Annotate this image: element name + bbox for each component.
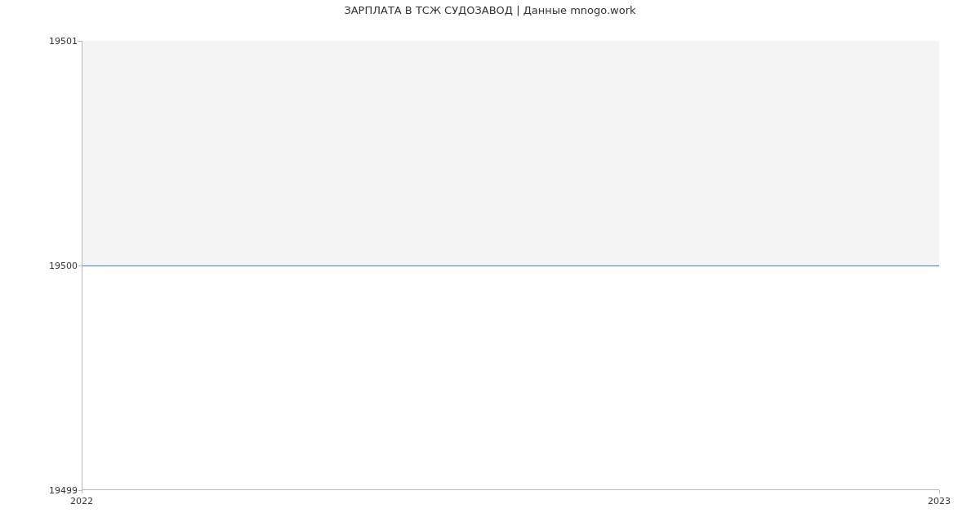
x-tick-label: 2023 bbox=[928, 496, 951, 506]
x-tick-mark bbox=[939, 490, 940, 493]
plot-background-upper bbox=[82, 41, 939, 266]
chart-title: ЗАРПЛАТА В ТСЖ СУДОЗАВОД | Данные mnogo.… bbox=[0, 4, 980, 16]
y-tick-label: 19499 bbox=[49, 485, 78, 496]
y-axis-line bbox=[82, 41, 82, 490]
y-tick-label: 19500 bbox=[49, 261, 78, 271]
data-line bbox=[82, 266, 939, 266]
plot-area bbox=[82, 41, 939, 490]
x-axis-line bbox=[82, 489, 939, 490]
chart-container: ЗАРПЛАТА В ТСЖ СУДОЗАВОД | Данные mnogo.… bbox=[0, 0, 980, 531]
x-tick-mark bbox=[82, 490, 82, 493]
x-tick-label: 2022 bbox=[70, 496, 93, 506]
plot-background-lower bbox=[82, 266, 939, 490]
y-tick-label: 19501 bbox=[49, 36, 78, 47]
